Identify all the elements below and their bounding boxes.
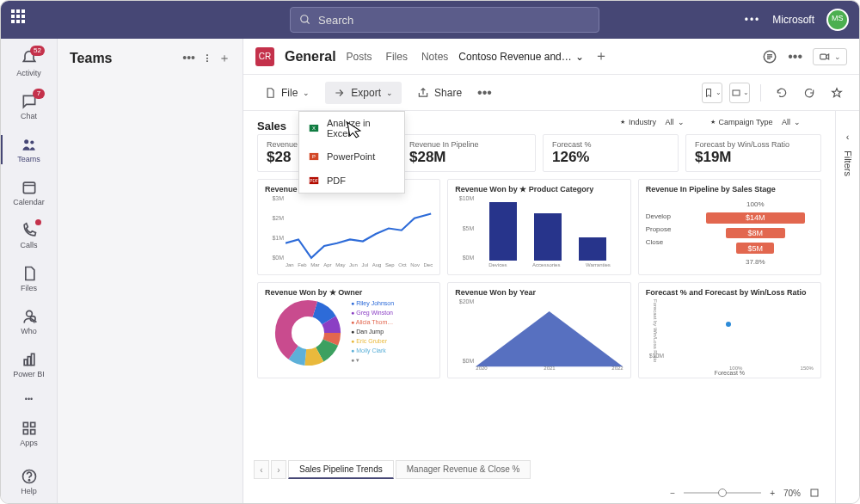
- tab-notes[interactable]: Notes: [421, 51, 448, 63]
- svg-text:P: P: [312, 154, 316, 159]
- meet-button[interactable]: ⌄: [813, 48, 847, 65]
- fit-icon[interactable]: [809, 488, 820, 498]
- chevron-down-icon: ⌄: [386, 89, 393, 97]
- share-button[interactable]: Share: [408, 82, 470, 104]
- chevron-down-icon: ⌄: [834, 52, 841, 61]
- star-icon: [831, 87, 843, 99]
- toolbar-more-icon[interactable]: •••: [477, 85, 492, 101]
- bookmark-button[interactable]: ⌄: [702, 83, 722, 103]
- main-area: CR General Posts Files Notes Contoso Rev…: [243, 39, 859, 503]
- svg-point-35: [293, 318, 322, 347]
- rail-who[interactable]: Who: [1, 300, 57, 343]
- rail-files[interactable]: Files: [1, 257, 57, 300]
- teams-panel: Teams ••• ⫶ ＋: [58, 39, 243, 503]
- calendar-icon: [21, 179, 38, 196]
- svg-line-8: [34, 321, 36, 323]
- filters-label: Filters: [843, 151, 853, 176]
- page-next[interactable]: ›: [271, 460, 286, 479]
- excel-icon: X: [308, 122, 320, 134]
- svg-rect-19: [820, 54, 826, 59]
- reply-icon[interactable]: [762, 49, 777, 65]
- svg-rect-15: [30, 430, 34, 434]
- teams-add-icon[interactable]: ＋: [218, 51, 230, 66]
- ellipsis-icon: •••: [25, 395, 33, 403]
- app-launcher-icon[interactable]: [11, 9, 32, 30]
- rail-apps[interactable]: Apps: [1, 412, 57, 455]
- report-toolbar: File ⌄ Export ⌄ Share ••• ⌄ ⌄ X: [243, 75, 859, 111]
- refresh-icon: [776, 87, 788, 99]
- tab-files[interactable]: Files: [386, 51, 408, 63]
- svg-point-6: [26, 310, 32, 317]
- page-tab-active[interactable]: Sales Pipeline Trends: [288, 460, 394, 479]
- page-prev[interactable]: ‹: [254, 460, 269, 479]
- calls-badge: [35, 219, 41, 225]
- team-badge: CR: [255, 47, 274, 66]
- export-pdf[interactable]: PDF PDF: [299, 169, 404, 193]
- export-powerpoint[interactable]: P PowerPoint: [299, 144, 404, 169]
- page-tab-other[interactable]: Manager Revenue & Close %: [396, 460, 531, 479]
- kpi-pipeline[interactable]: Revenue In Pipeline$28M: [400, 134, 536, 172]
- svg-point-3: [30, 140, 34, 144]
- view-button[interactable]: ⌄: [729, 83, 750, 103]
- chart-revenue-by-owner[interactable]: Revenue Won by ★ Owner: [257, 282, 440, 378]
- slicer-campaign-type[interactable]: Campaign Type All ⌄: [710, 118, 801, 126]
- reset-button[interactable]: [799, 83, 820, 103]
- page-tabs: ‹ › Sales Pipeline Trends Manager Revenu…: [254, 460, 531, 479]
- teams-title: Teams: [70, 51, 113, 66]
- avatar[interactable]: [826, 9, 849, 31]
- chart-forecast-scatter[interactable]: Forecast % and Forecast by Win/Loss Rati…: [638, 282, 821, 378]
- chart-pipeline-by-stage[interactable]: Revenue In Pipeline by Sales Stage Devel…: [638, 179, 821, 275]
- svg-rect-12: [23, 422, 28, 427]
- help-icon: [21, 468, 38, 485]
- rail-more[interactable]: •••: [1, 386, 57, 412]
- rail-teams[interactable]: Teams: [1, 128, 57, 171]
- rail-calendar[interactable]: Calendar: [1, 171, 57, 214]
- teams-filter-icon[interactable]: ⫶: [204, 51, 210, 66]
- rail-calls[interactable]: Calls: [1, 214, 57, 257]
- teams-more-icon[interactable]: •••: [182, 51, 195, 66]
- file-button[interactable]: File ⌄: [255, 82, 318, 104]
- kpi-forecast-pct[interactable]: Forecast %126%: [543, 134, 679, 172]
- channel-more-icon[interactable]: •••: [788, 49, 802, 65]
- svg-point-2: [24, 139, 28, 144]
- add-tab-icon[interactable]: ＋: [594, 47, 608, 65]
- rail-help[interactable]: Help: [1, 460, 57, 503]
- slicer-industry[interactable]: Industry All ⌄: [620, 118, 685, 126]
- kpi-forecast-ratio[interactable]: Forecast by Win/Loss Ratio$19M: [685, 134, 821, 172]
- channel-name: General: [285, 49, 336, 65]
- export-button[interactable]: Export ⌄: [325, 82, 402, 104]
- channel-tabs: Posts Files Notes: [347, 51, 449, 63]
- view-icon: [731, 88, 741, 98]
- zoom-in-icon[interactable]: +: [770, 489, 775, 498]
- zoom-out-icon[interactable]: −: [670, 489, 675, 498]
- svg-rect-20: [733, 90, 740, 95]
- rail-chat[interactable]: 7 Chat: [1, 85, 57, 128]
- tab-posts[interactable]: Posts: [347, 51, 372, 63]
- more-icon[interactable]: •••: [745, 14, 761, 26]
- svg-rect-14: [23, 430, 28, 434]
- favorite-button[interactable]: [826, 83, 847, 103]
- refresh-button[interactable]: [771, 83, 792, 103]
- rail-powerbi[interactable]: Power BI: [1, 343, 57, 386]
- export-icon: [334, 87, 346, 99]
- zoom-control[interactable]: − + 70%: [670, 488, 820, 498]
- search-placeholder: Search: [318, 14, 353, 27]
- file-icon: [264, 87, 276, 99]
- chat-badge: 7: [33, 89, 45, 99]
- teams-icon: [21, 136, 38, 153]
- apps-icon: [21, 420, 38, 437]
- phone-icon: [21, 222, 38, 239]
- chevron-left-icon[interactable]: ‹: [846, 132, 850, 142]
- filters-pane[interactable]: ‹ Filters: [835, 111, 859, 503]
- chart-revenue-by-product[interactable]: Revenue Won by ★ Product Category $10M$5…: [447, 179, 630, 275]
- chart-revenue-by-year[interactable]: Revenue Won by Year $20M$0M 202020212022: [447, 282, 630, 378]
- chevron-down-icon: ⌄: [303, 89, 310, 97]
- svg-rect-9: [24, 360, 27, 366]
- reset-icon: [803, 87, 815, 99]
- svg-marker-36: [476, 311, 623, 366]
- tab-powerbi-report[interactable]: Contoso Revenue and… ⌄: [458, 51, 583, 63]
- search-input[interactable]: Search: [290, 7, 599, 33]
- who-icon: [21, 308, 38, 325]
- video-icon: [819, 51, 831, 63]
- rail-activity[interactable]: 52 Activity: [1, 42, 57, 85]
